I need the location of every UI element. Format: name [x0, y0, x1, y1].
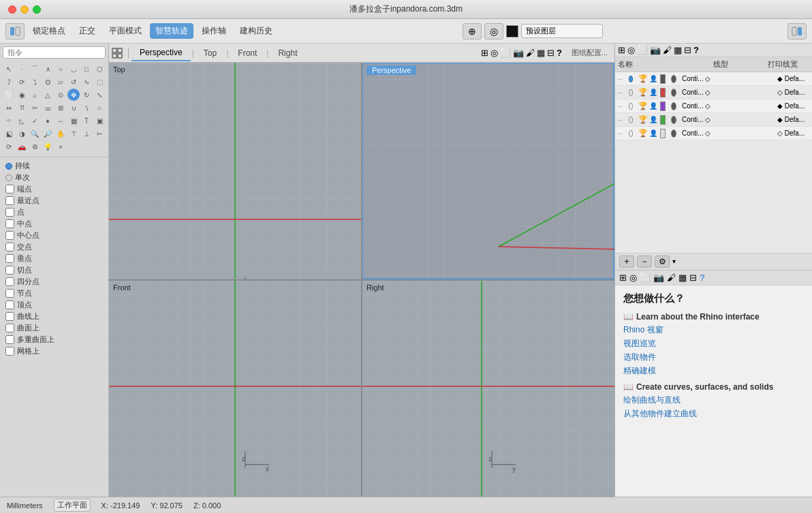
check-mark[interactable]: ✓ [29, 114, 41, 127]
extrude-tool[interactable]: ▱ [54, 76, 67, 88]
layers-toolbar-circle-icon[interactable]: ◎ [627, 45, 635, 55]
dimension-tool[interactable]: ↔ [54, 114, 67, 127]
window-vp-icon[interactable]: ⊟ [547, 48, 555, 58]
sidebar-toggle-icon[interactable] [5, 23, 25, 40]
car-icon[interactable]: 🚗 [16, 140, 28, 153]
arc-tool[interactable]: ◡ [67, 63, 80, 75]
help-link-select-objects[interactable]: 选取物件 [623, 352, 804, 363]
fillet-edge[interactable]: ⌔ [3, 114, 15, 127]
join-tool[interactable]: ⊞ [54, 102, 67, 114]
layer-material[interactable] [671, 75, 676, 83]
right-sidebar-toggle-icon[interactable] [787, 23, 807, 40]
close-button[interactable] [8, 5, 16, 14]
lock-grid-button[interactable]: 锁定格点 [27, 23, 71, 39]
orbit-tool[interactable]: ⟳ [3, 140, 15, 153]
snap-center[interactable]: 中心点 [5, 230, 103, 241]
smart-track-button[interactable]: 智慧轨迹 [150, 23, 193, 39]
grid-vp-icon[interactable]: ▦ [537, 48, 545, 58]
shade-toggle[interactable]: ◑ [16, 127, 28, 140]
view-front[interactable]: ⊥ [80, 127, 93, 140]
snap-once-radio[interactable] [5, 174, 12, 181]
history-button[interactable]: 建构历史 [234, 23, 278, 39]
curve-from-points[interactable]: ⌒ [29, 63, 41, 75]
tab-top[interactable]: Top [196, 46, 225, 61]
layer-row[interactable]: ··· 🏆 👤 Conti... ◇ ◆ Defa... [615, 72, 812, 86]
command-input[interactable] [3, 46, 106, 59]
help-link-view-tour[interactable]: 视图巡览 [623, 338, 804, 349]
sphere-solid[interactable]: ◉ [16, 89, 28, 101]
help-brush-icon[interactable]: 🖌 [667, 273, 676, 283]
pan-tool[interactable]: ✋ [54, 127, 67, 140]
orbit-vp-icon[interactable]: ◎ [490, 48, 498, 58]
color-swatch[interactable] [506, 25, 518, 37]
layer-row[interactable]: ··· 🏆 👤 Conti... ◇ ◆ Defa... [615, 99, 812, 113]
view-top[interactable]: ⊤ [67, 127, 80, 140]
viewport-right[interactable]: Right [362, 281, 614, 497]
add-layer-button[interactable]: + [619, 255, 634, 268]
render-tool[interactable]: ▣ [93, 114, 106, 127]
split-tool[interactable]: ⚌ [42, 102, 54, 114]
viewport-top[interactable]: Top [109, 63, 361, 279]
snap-on-polysurface[interactable]: 多重曲面上 [5, 334, 103, 345]
tab-front[interactable]: Front [230, 46, 265, 61]
layer-active-dot[interactable] [629, 76, 633, 82]
sweep-tool[interactable]: ∿ [80, 76, 93, 88]
hatch-tool[interactable]: ▦ [67, 114, 80, 127]
gear-icon2[interactable]: ⚙ [29, 140, 41, 153]
mirror-tool[interactable]: ⇔ [3, 102, 15, 114]
revolve-tool[interactable]: ↺ [67, 76, 80, 88]
magnify-plus[interactable]: 🔍 [29, 127, 41, 140]
snap-endpoint[interactable]: 端点 [5, 183, 103, 195]
chamfer-edge[interactable]: ◺ [16, 114, 28, 127]
layers-toolbar-grid-icon[interactable]: ▦ [674, 45, 682, 55]
layers-toolbar-brush-icon[interactable]: 🖌 [663, 45, 672, 55]
layer-color[interactable] [660, 74, 666, 84]
help-link-rhino-window[interactable]: Rhino 视窗 [623, 324, 804, 336]
layer-row[interactable]: ··· 🏆 👤 Conti... ◇ ◆ Defa... [615, 113, 812, 127]
freeform-tool[interactable]: ⤴ [3, 76, 15, 88]
help-link-curves-from-objects[interactable]: 从其他物件建立曲线 [623, 408, 804, 420]
gumball-button[interactable]: 操作轴 [196, 23, 232, 39]
box-solid[interactable]: ⬜ [3, 89, 15, 101]
help-camera-icon[interactable]: 📷 [653, 273, 664, 283]
cone-solid[interactable]: △ [42, 89, 54, 101]
layer-settings-button[interactable]: ⚙ [655, 255, 670, 268]
layer-settings-arrow[interactable]: ▾ [672, 258, 676, 265]
view-right[interactable]: ⊢ [93, 127, 106, 140]
zoom-circle-icon[interactable]: ◎ [484, 23, 503, 40]
cylinder-solid[interactable]: ⌕ [29, 89, 41, 101]
layers-vp-icon[interactable]: ⊞ [481, 48, 488, 58]
help-question-icon[interactable]: ? [700, 273, 705, 283]
snap-intersection[interactable]: 交点 [5, 241, 103, 253]
viewport-front[interactable]: Front [109, 281, 361, 497]
snap-perpendicular[interactable]: 垂点 [5, 253, 103, 264]
layers-toolbar-box-icon[interactable]: ⬜ [637, 45, 648, 55]
magnify-minus[interactable]: 🔎 [42, 127, 54, 140]
question-vp-icon[interactable]: ? [557, 48, 562, 58]
select-tool[interactable]: ↖ [3, 63, 15, 75]
help-circle-icon[interactable]: ◎ [629, 273, 637, 283]
array-tool[interactable]: ⠿ [16, 102, 28, 114]
snap-nearest[interactable]: 最近点 [5, 195, 103, 206]
circle-tool[interactable]: ○ [54, 63, 67, 75]
layers-toolbar-window-icon[interactable]: ⊟ [684, 45, 691, 55]
scale-tool[interactable]: ⤡ [93, 89, 106, 101]
lamp-icon[interactable]: 💡 [42, 140, 54, 153]
snap-continuous[interactable]: 持续 [5, 160, 103, 172]
page-config-button[interactable]: 图纸配置... [567, 46, 612, 59]
analyze-tool[interactable]: ♦ [42, 114, 54, 127]
trim-tool[interactable]: ✂ [29, 102, 41, 114]
help-grid-icon[interactable]: ▦ [678, 273, 687, 283]
torus-solid[interactable]: ⊙ [54, 89, 67, 101]
layers-toolbar-question-icon[interactable]: ? [693, 45, 699, 55]
layers-toolbar-camera-icon[interactable]: 📷 [650, 45, 661, 55]
remove-layer-button[interactable]: − [637, 255, 652, 268]
layers-toolbar-layers-icon[interactable]: ⊞ [618, 45, 625, 55]
polyline-tool[interactable]: ∧ [42, 63, 54, 75]
zoom-plus-icon[interactable]: ⊕ [463, 23, 482, 40]
tab-perspective[interactable]: Perspective [131, 45, 191, 61]
snap-tangent[interactable]: 切点 [5, 264, 103, 276]
snap-quadrant[interactable]: 四分点 [5, 276, 103, 287]
help-box-icon[interactable]: ⬜ [640, 273, 651, 283]
tab-right[interactable]: Right [270, 46, 305, 61]
